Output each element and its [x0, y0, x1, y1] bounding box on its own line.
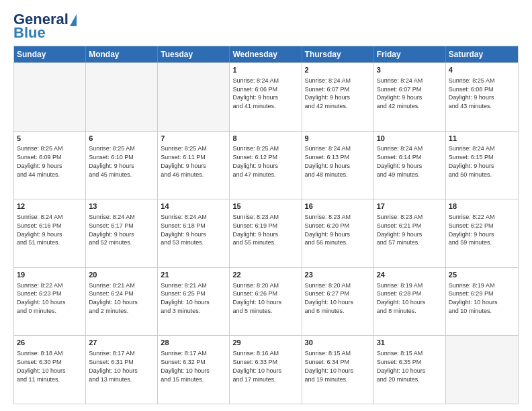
day-number: 17: [377, 201, 443, 212]
day-info: Sunrise: 8:24 AMSunset: 6:07 PMDaylight:…: [305, 77, 351, 109]
weekday-header: Monday: [86, 46, 158, 62]
day-number: 16: [305, 201, 371, 212]
day-number: 12: [17, 201, 83, 212]
calendar-cell: 23Sunrise: 8:20 AMSunset: 6:27 PMDayligh…: [302, 268, 374, 336]
day-info: Sunrise: 8:24 AMSunset: 6:13 PMDaylight:…: [305, 145, 351, 177]
day-info: Sunrise: 8:21 AMSunset: 6:25 PMDaylight:…: [161, 282, 210, 314]
day-number: 14: [161, 201, 226, 212]
day-number: 28: [161, 338, 226, 348]
day-number: 22: [232, 270, 298, 280]
day-number: 15: [232, 201, 298, 212]
day-info: Sunrise: 8:25 AMSunset: 6:08 PMDaylight:…: [449, 77, 495, 109]
day-number: 7: [161, 134, 226, 144]
weekday-header: Sunday: [14, 46, 86, 62]
day-info: Sunrise: 8:23 AMSunset: 6:19 PMDaylight:…: [232, 214, 279, 246]
calendar-cell: 15Sunrise: 8:23 AMSunset: 6:19 PMDayligh…: [230, 199, 302, 267]
day-info: Sunrise: 8:24 AMSunset: 6:07 PMDaylight:…: [377, 77, 423, 109]
calendar-cell: 7Sunrise: 8:25 AMSunset: 6:11 PMDaylight…: [158, 132, 230, 199]
calendar-cell: 9Sunrise: 8:24 AMSunset: 6:13 PMDaylight…: [302, 132, 374, 199]
day-number: 31: [377, 338, 443, 348]
day-number: 25: [449, 270, 515, 280]
logo: General Blue: [13, 12, 77, 40]
calendar-cell: 11Sunrise: 8:24 AMSunset: 6:15 PMDayligh…: [446, 132, 518, 199]
calendar-cell: 21Sunrise: 8:21 AMSunset: 6:25 PMDayligh…: [158, 268, 230, 336]
calendar-cell: 2Sunrise: 8:24 AMSunset: 6:07 PMDaylight…: [302, 63, 374, 131]
calendar-cell: 19Sunrise: 8:22 AMSunset: 6:23 PMDayligh…: [14, 268, 86, 336]
calendar-cell: [86, 63, 158, 131]
day-number: 21: [161, 270, 226, 280]
calendar-cell: 26Sunrise: 8:18 AMSunset: 6:30 PMDayligh…: [14, 336, 86, 404]
weekday-header: Thursday: [302, 46, 374, 62]
calendar-row: 1Sunrise: 8:24 AMSunset: 6:06 PMDaylight…: [14, 62, 518, 131]
day-info: Sunrise: 8:25 AMSunset: 6:11 PMDaylight:…: [161, 145, 207, 177]
day-number: 29: [232, 338, 298, 348]
calendar-cell: 6Sunrise: 8:25 AMSunset: 6:10 PMDaylight…: [86, 132, 158, 199]
day-info: Sunrise: 8:24 AMSunset: 6:18 PMDaylight:…: [161, 214, 207, 246]
day-info: Sunrise: 8:16 AMSunset: 6:33 PMDaylight:…: [232, 350, 281, 382]
day-info: Sunrise: 8:17 AMSunset: 6:31 PMDaylight:…: [89, 350, 138, 382]
calendar-cell: 29Sunrise: 8:16 AMSunset: 6:33 PMDayligh…: [230, 336, 302, 404]
day-number: 9: [305, 134, 371, 144]
page: General Blue SundayMondayTuesdayWednesda…: [0, 0, 532, 411]
day-number: 1: [232, 65, 298, 75]
calendar-cell: 22Sunrise: 8:20 AMSunset: 6:26 PMDayligh…: [230, 268, 302, 336]
calendar-cell: 20Sunrise: 8:21 AMSunset: 6:24 PMDayligh…: [86, 268, 158, 336]
calendar-cell: 10Sunrise: 8:24 AMSunset: 6:14 PMDayligh…: [374, 132, 446, 199]
day-info: Sunrise: 8:24 AMSunset: 6:17 PMDaylight:…: [89, 214, 135, 246]
day-number: 26: [17, 338, 83, 348]
day-number: 4: [449, 65, 515, 75]
day-number: 30: [305, 338, 371, 348]
calendar-cell: 12Sunrise: 8:24 AMSunset: 6:16 PMDayligh…: [14, 199, 86, 267]
day-info: Sunrise: 8:19 AMSunset: 6:29 PMDaylight:…: [449, 282, 498, 314]
day-number: 8: [232, 134, 298, 144]
calendar-cell: 17Sunrise: 8:23 AMSunset: 6:21 PMDayligh…: [374, 199, 446, 267]
calendar-cell: [446, 336, 518, 404]
calendar-cell: 18Sunrise: 8:22 AMSunset: 6:22 PMDayligh…: [446, 199, 518, 267]
calendar-cell: 30Sunrise: 8:15 AMSunset: 6:34 PMDayligh…: [302, 336, 374, 404]
calendar-cell: 5Sunrise: 8:25 AMSunset: 6:09 PMDaylight…: [14, 132, 86, 199]
day-number: 6: [89, 134, 154, 144]
day-number: 24: [377, 270, 443, 280]
calendar-cell: 1Sunrise: 8:24 AMSunset: 6:06 PMDaylight…: [230, 63, 302, 131]
calendar-cell: [14, 63, 86, 131]
calendar-row: 19Sunrise: 8:22 AMSunset: 6:23 PMDayligh…: [14, 267, 518, 336]
day-number: 2: [305, 65, 371, 75]
calendar-cell: 16Sunrise: 8:23 AMSunset: 6:20 PMDayligh…: [302, 199, 374, 267]
day-info: Sunrise: 8:21 AMSunset: 6:24 PMDaylight:…: [89, 282, 138, 314]
day-info: Sunrise: 8:24 AMSunset: 6:15 PMDaylight:…: [449, 145, 495, 177]
calendar-header: SundayMondayTuesdayWednesdayThursdayFrid…: [14, 46, 518, 62]
weekday-header: Friday: [374, 46, 446, 62]
calendar-cell: 24Sunrise: 8:19 AMSunset: 6:28 PMDayligh…: [374, 268, 446, 336]
day-number: 11: [449, 134, 515, 144]
logo-blue-text: Blue: [13, 26, 46, 40]
calendar: SundayMondayTuesdayWednesdayThursdayFrid…: [13, 46, 519, 404]
day-number: 27: [89, 338, 154, 348]
day-number: 19: [17, 270, 83, 280]
header: General Blue: [13, 12, 519, 40]
weekday-header: Tuesday: [158, 46, 230, 62]
day-info: Sunrise: 8:17 AMSunset: 6:32 PMDaylight:…: [161, 350, 210, 382]
calendar-body: 1Sunrise: 8:24 AMSunset: 6:06 PMDaylight…: [14, 62, 518, 404]
calendar-row: 26Sunrise: 8:18 AMSunset: 6:30 PMDayligh…: [14, 335, 518, 404]
day-info: Sunrise: 8:18 AMSunset: 6:30 PMDaylight:…: [17, 350, 66, 382]
day-info: Sunrise: 8:22 AMSunset: 6:23 PMDaylight:…: [17, 282, 66, 314]
day-number: 23: [305, 270, 371, 280]
day-number: 5: [17, 134, 83, 144]
day-info: Sunrise: 8:24 AMSunset: 6:16 PMDaylight:…: [17, 214, 63, 246]
day-number: 18: [449, 201, 515, 212]
calendar-row: 12Sunrise: 8:24 AMSunset: 6:16 PMDayligh…: [14, 199, 518, 267]
day-info: Sunrise: 8:20 AMSunset: 6:27 PMDaylight:…: [305, 282, 354, 314]
calendar-cell: 14Sunrise: 8:24 AMSunset: 6:18 PMDayligh…: [158, 199, 230, 267]
calendar-cell: 28Sunrise: 8:17 AMSunset: 6:32 PMDayligh…: [158, 336, 230, 404]
calendar-cell: 25Sunrise: 8:19 AMSunset: 6:29 PMDayligh…: [446, 268, 518, 336]
day-info: Sunrise: 8:24 AMSunset: 6:14 PMDaylight:…: [377, 145, 423, 177]
calendar-cell: 31Sunrise: 8:15 AMSunset: 6:35 PMDayligh…: [374, 336, 446, 404]
day-info: Sunrise: 8:25 AMSunset: 6:10 PMDaylight:…: [89, 145, 135, 177]
day-number: 10: [377, 134, 443, 144]
day-info: Sunrise: 8:15 AMSunset: 6:35 PMDaylight:…: [377, 350, 426, 382]
calendar-cell: 3Sunrise: 8:24 AMSunset: 6:07 PMDaylight…: [374, 63, 446, 131]
day-info: Sunrise: 8:23 AMSunset: 6:20 PMDaylight:…: [305, 214, 351, 246]
day-info: Sunrise: 8:20 AMSunset: 6:26 PMDaylight:…: [232, 282, 281, 314]
day-info: Sunrise: 8:23 AMSunset: 6:21 PMDaylight:…: [377, 214, 423, 246]
day-info: Sunrise: 8:24 AMSunset: 6:06 PMDaylight:…: [232, 77, 279, 109]
